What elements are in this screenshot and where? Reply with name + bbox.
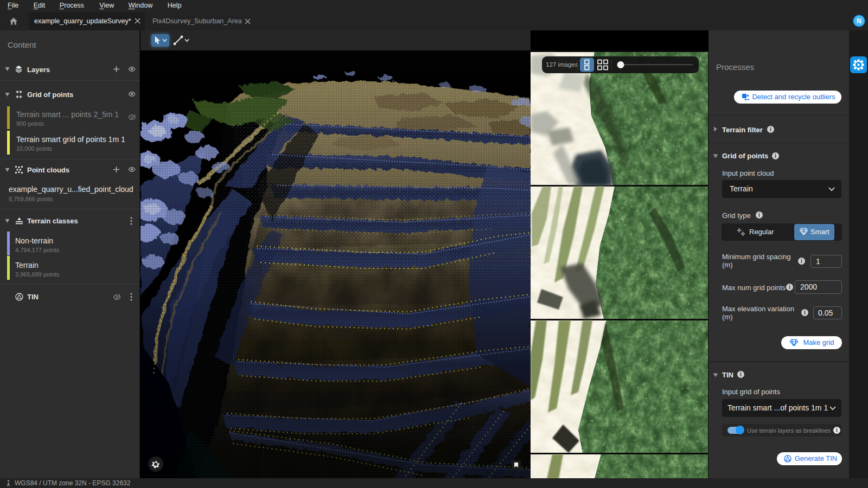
svg-text:127 images: 127 images: [546, 61, 578, 68]
